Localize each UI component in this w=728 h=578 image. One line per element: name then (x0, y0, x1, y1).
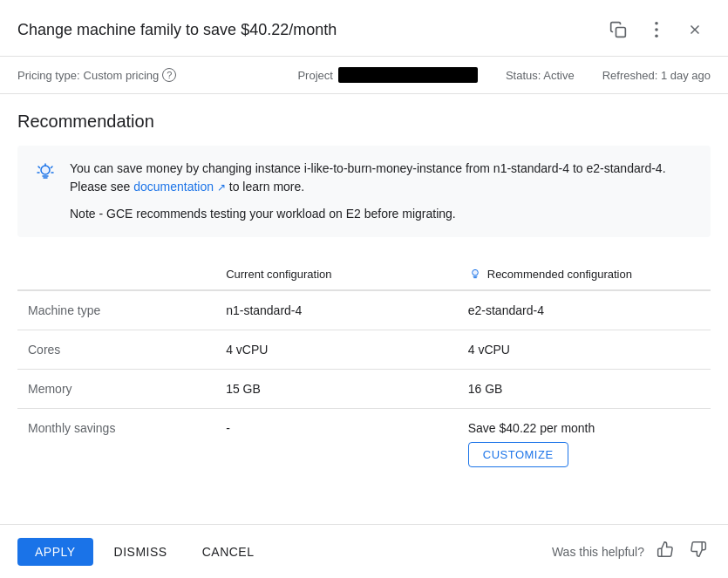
copy-button[interactable] (602, 14, 634, 45)
section-title: Recommendation (17, 112, 711, 132)
svg-point-2 (655, 28, 658, 31)
pricing-label: Pricing type: (17, 69, 80, 82)
documentation-link[interactable]: documentation ↗ (133, 180, 229, 194)
row-label: Memory (17, 370, 215, 409)
pricing-value: Custom pricing (84, 69, 160, 82)
pricing-info: Pricing type: Custom pricing ? (17, 68, 176, 82)
svg-point-7 (472, 269, 478, 275)
row-recommended: Save $40.22 per monthCUSTOMIZE (458, 409, 711, 480)
svg-rect-0 (616, 28, 626, 37)
status-value: Active (543, 69, 574, 82)
thumbs-down-button[interactable] (686, 537, 711, 566)
dismiss-button[interactable]: DISMISS (100, 538, 181, 566)
status-section: Status: Active (506, 69, 575, 82)
row-label: Cores (17, 330, 215, 370)
table-row: Memory15 GB16 GB (17, 370, 711, 409)
row-recommended: 16 GB (458, 370, 711, 409)
refreshed-value: 1 day ago (661, 69, 711, 82)
external-link-icon: ↗ (217, 180, 226, 195)
refreshed-section: Refreshed: 1 day ago (602, 69, 711, 82)
table-row: Monthly savings-Save $40.22 per monthCUS… (17, 409, 711, 480)
config-table: Current configuration Recommended config… (17, 258, 711, 479)
apply-button[interactable]: APPLY (17, 538, 93, 566)
row-recommended: e2-standard-4 (458, 290, 711, 330)
project-value (338, 67, 478, 83)
row-current: 4 vCPU (215, 330, 458, 370)
table-row: Machine typen1-standard-4e2-standard-4 (17, 290, 711, 330)
row-label: Monthly savings (17, 409, 215, 480)
footer: APPLY DISMISS CANCEL Was this helpful? (0, 524, 728, 578)
info-note: Note - GCE recommends testing your workl… (70, 205, 693, 223)
row-current: n1-standard-4 (215, 290, 458, 330)
lightbulb-icon (35, 161, 56, 182)
dialog-title: Change machine family to save $40.22/mon… (17, 21, 337, 39)
project-label: Project (297, 69, 332, 82)
col-header-current: Current configuration (215, 258, 458, 290)
recommended-lightbulb-icon (468, 267, 482, 281)
svg-point-6 (41, 166, 50, 174)
dialog-header: Change machine family to save $40.22/mon… (0, 0, 728, 57)
customize-button[interactable]: CUSTOMIZE (468, 442, 568, 467)
table-row: Cores4 vCPU4 vCPU (17, 330, 711, 370)
main-content: Recommendation You can save money by cha… (0, 94, 728, 479)
col-header-label (17, 258, 215, 290)
helpful-label: Was this helpful? (552, 545, 644, 559)
project-section: Project (297, 67, 477, 83)
help-icon[interactable]: ? (162, 68, 176, 82)
meta-row: Pricing type: Custom pricing ? Project S… (0, 57, 728, 94)
close-button[interactable] (679, 14, 711, 45)
info-box: You can save money by changing instance … (17, 146, 711, 237)
thumbs-up-button[interactable] (653, 537, 677, 566)
row-recommended: 4 vCPU (458, 330, 711, 370)
info-text-block: You can save money by changing instance … (70, 160, 693, 223)
cancel-button[interactable]: CANCEL (188, 538, 269, 566)
refreshed-label: Refreshed: (602, 69, 658, 82)
savings-text: Save $40.22 per month (468, 421, 700, 435)
status-label: Status: (506, 69, 541, 82)
svg-point-3 (655, 34, 658, 37)
more-options-button[interactable] (641, 14, 672, 45)
info-text-2: to learn more. (229, 180, 304, 194)
header-icon-group (602, 14, 711, 45)
svg-point-1 (655, 22, 658, 25)
col-header-recommended: Recommended configuration (458, 258, 711, 290)
row-current: - (215, 409, 458, 480)
row-current: 15 GB (215, 370, 458, 409)
helpful-section: Was this helpful? (552, 537, 711, 566)
row-label: Machine type (17, 290, 215, 330)
